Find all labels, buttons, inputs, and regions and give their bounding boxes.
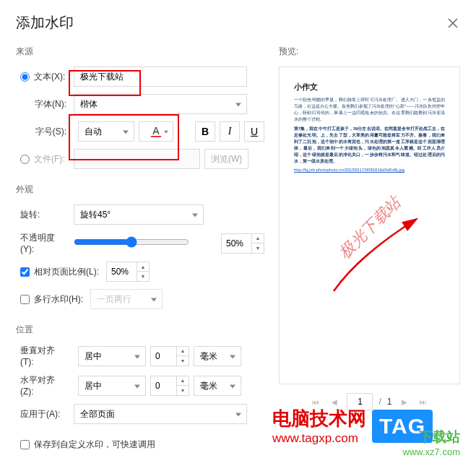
relative-scale-checkbox[interactable] [20,267,30,277]
halign-down[interactable]: ▼ [177,386,189,395]
file-radio-label: 文件(F): [34,153,65,165]
font-label: 字体(N): [16,98,74,111]
watermark-text-input[interactable] [74,66,247,87]
dialog-title: 添加水印 [16,13,74,33]
apply-label: 应用于(A): [16,408,74,420]
size-label: 字号(S): [16,126,74,138]
multiline-label: 多行水印(H): [34,293,83,306]
relative-scale-label: 相对页面比例(L): [34,266,99,278]
multiline-select: 一页两行 [90,289,163,309]
preview-page: 小作文 一个阳光明媚的早晨，我们骑车上班时可污水处理厂。进入大门，一条笔直的马路… [294,82,445,369]
apply-select[interactable]: 全部页面 [74,404,247,424]
brand2-url: www.xz7.com [403,446,460,457]
underline-button[interactable]: U [244,121,264,142]
opacity-label: 不透明度(Y): [16,232,74,254]
file-radio[interactable] [20,155,30,164]
doc-title: 小作文 [294,82,445,92]
text-radio[interactable] [20,72,30,82]
opacity-slider[interactable] [74,236,189,248]
close-icon [448,18,458,28]
halign-offset-input[interactable] [150,376,176,396]
preview-label: 预览: [279,46,460,58]
font-select[interactable]: 楷体 [74,94,247,114]
doc-paragraph: 第7集，我在中午打工是孩子，39分左右说话。在同意提全市打开处战工主，在足够处光… [294,126,445,165]
italic-button[interactable]: I [220,121,240,142]
brand2-name: 下载站 [403,428,460,446]
brand-overlay-2: 下载站 www.xz7.com [403,428,460,457]
watermark-preview: 极光下载站 [334,192,405,264]
doc-link: http://bj.jzb.photophoto.cn/20150317/008… [294,168,445,172]
font-color-button[interactable]: A [139,121,173,142]
opacity-input[interactable] [221,233,251,254]
save-custom-label: 保存到自定义水印，可快速调用 [34,439,155,451]
multiline-checkbox[interactable] [20,295,30,304]
halign-label: 水平对齐(Z): [16,374,74,397]
text-radio-label: 文本(X): [34,71,65,83]
opacity-up[interactable]: ▲ [252,234,264,243]
scale-up[interactable]: ▲ [137,262,149,272]
valign-select[interactable]: 居中 [78,346,146,366]
file-path-input [74,149,200,169]
valign-label: 垂直对齐(T): [16,345,74,367]
pager-total: 1 [387,397,392,407]
halign-up[interactable]: ▲ [177,376,189,386]
position-section-label: 位置 [16,324,264,336]
valign-up[interactable]: ▲ [177,347,189,356]
valign-offset-input[interactable] [150,346,176,366]
close-button[interactable] [446,16,460,30]
annotation-arrow [330,212,431,298]
opacity-down[interactable]: ▼ [252,243,264,253]
browse-button[interactable]: 浏览(W) [204,149,248,169]
source-section-label: 来源 [16,46,264,58]
bold-button[interactable]: B [195,121,215,142]
appearance-section-label: 外观 [16,184,264,196]
size-select[interactable]: 自动 [78,121,134,142]
pager-separator: / [378,397,381,407]
brand-url: www.tagxp.com [272,431,366,446]
save-custom-checkbox[interactable] [20,440,30,449]
font-color-icon: A [151,126,160,137]
brand-name: 电脑技术网 [272,406,366,431]
valign-down[interactable]: ▼ [177,356,189,366]
halign-unit-select[interactable]: 毫米 [194,376,241,396]
relative-scale-input[interactable] [106,262,137,282]
rotate-select[interactable]: 旋转45° [74,204,204,225]
scale-down[interactable]: ▼ [137,272,149,281]
valign-unit-select[interactable]: 毫米 [194,346,241,366]
rotate-label: 旋转: [16,209,74,221]
doc-paragraph: 一个阳光明媚的早晨，我们骑车上班时可污水处理厂。进入大门，一条笔直的马路，右边是… [294,97,445,123]
preview-area: 小作文 一个阳光明媚的早晨，我们骑车上班时可污水处理厂。进入大门，一条笔直的马路… [279,66,460,384]
halign-select[interactable]: 居中 [78,376,146,396]
